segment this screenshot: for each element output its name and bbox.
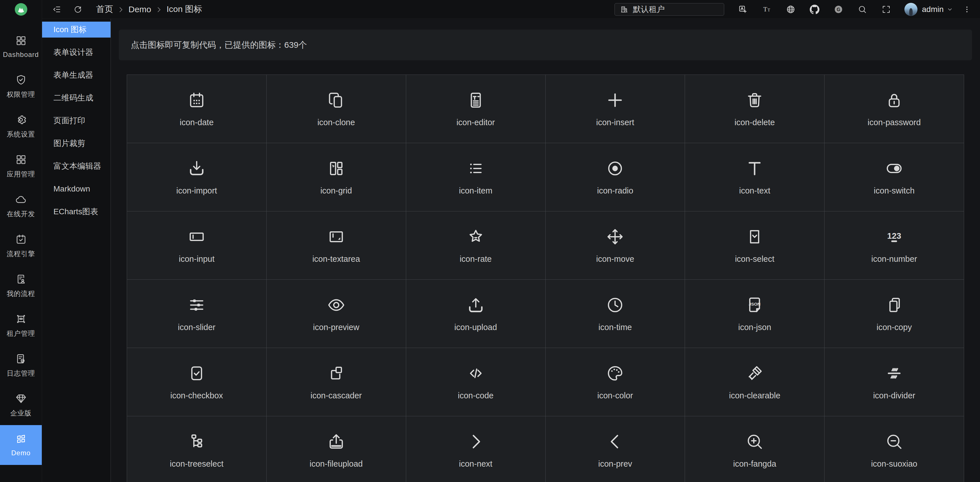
icon-cell-json[interactable]: JSONicon-json [685, 280, 824, 348]
submenu-item-1[interactable]: 表单设计器 [42, 45, 111, 60]
icon-cell-treeselect[interactable]: icon-treeselect [127, 416, 267, 482]
github-icon[interactable] [808, 3, 821, 16]
icon-cell-grid[interactable]: icon-grid [267, 143, 406, 211]
submenu-item-5[interactable]: 图片裁剪 [42, 136, 111, 152]
icon-cell-date[interactable]: icon-date [127, 75, 267, 143]
submenu-item-7[interactable]: Markdown [42, 181, 111, 197]
submenu-item-6[interactable]: 富文本编辑器 [42, 158, 111, 174]
breadcrumb-item-2[interactable]: Icon 图标 [167, 3, 202, 15]
icon-cell-label: icon-divider [873, 391, 915, 401]
kebab-menu-icon[interactable] [961, 4, 973, 15]
code-icon [466, 364, 485, 383]
icon-cell-item[interactable]: icon-item [406, 143, 546, 211]
icon-cell-label: icon-input [179, 254, 215, 264]
icon-cell-move[interactable]: icon-move [546, 211, 685, 280]
sidebar-item-apps[interactable]: 应用管理 [0, 146, 42, 186]
sidebar-item-doc-user[interactable]: 我的流程 [0, 266, 42, 306]
svg-text:T: T [767, 8, 770, 12]
refresh-icon[interactable] [72, 3, 84, 16]
icon-cell-label: icon-date [180, 118, 213, 127]
icon-cell-label: icon-text [739, 186, 770, 195]
icon-cell-switch[interactable]: icon-switch [824, 143, 964, 211]
sidebar-item-cloud[interactable]: 在线开发 [0, 186, 42, 226]
breadcrumb-item-1[interactable]: Demo [129, 5, 151, 14]
submenu-item-8[interactable]: ECharts图表 [42, 204, 111, 220]
icon-cell-select[interactable]: icon-select [685, 211, 824, 280]
icon-cell-password[interactable]: icon-password [824, 75, 964, 143]
frame-icon [15, 313, 27, 325]
icon-cell-next[interactable]: icon-next [406, 416, 546, 482]
icon-cell-fileupload[interactable]: icon-fileupload [267, 416, 406, 482]
gem-icon [15, 393, 27, 405]
sidebar-item-doc-log[interactable]: 日志管理 [0, 345, 42, 385]
icon-cell-label: icon-checkbox [170, 391, 223, 401]
icon-cell-cascader[interactable]: icon-cascader [267, 348, 406, 416]
fullscreen-icon[interactable] [880, 3, 892, 16]
treeselect-icon [187, 432, 206, 451]
icon-cell-text[interactable]: icon-text [685, 143, 824, 211]
icon-cell-suoxiao[interactable]: icon-suoxiao [824, 416, 964, 482]
icon-cell-rate[interactable]: icon-rate [406, 211, 546, 280]
icon-cell-clone[interactable]: icon-clone [267, 75, 406, 143]
sidebar-item-shield-check[interactable]: 权限管理 [0, 67, 42, 107]
sidebar-item-dashboard[interactable]: Dashboard [0, 27, 42, 67]
icon-cell-radio[interactable]: icon-radio [546, 143, 685, 211]
sidebar-item-label: 我的流程 [7, 289, 35, 298]
switch-icon [885, 159, 904, 178]
icon-cell-code[interactable]: icon-code [406, 348, 546, 416]
font-size-icon[interactable]: TT [760, 3, 773, 16]
icon-cell-prev[interactable]: icon-prev [546, 416, 685, 482]
icon-cell-copy[interactable]: icon-copy [824, 280, 964, 348]
icon-cell-label: icon-copy [877, 322, 912, 332]
icon-cell-textarea[interactable]: icon-textarea [267, 211, 406, 280]
icon-cell-checkbox[interactable]: icon-checkbox [127, 348, 267, 416]
grid-icon [326, 159, 346, 178]
sidebar-item-demo-grid[interactable]: Demo [0, 425, 42, 465]
editor-icon [466, 91, 485, 110]
radio-icon [605, 159, 625, 178]
sidebar-item-frame[interactable]: 租户管理 [0, 306, 42, 345]
sidebar-item-gem[interactable]: 企业版 [0, 385, 42, 425]
icon-cell-label: icon-treeselect [170, 459, 224, 469]
icon-cell-time[interactable]: icon-time [546, 280, 685, 348]
icon-cell-upload[interactable]: icon-upload [406, 280, 546, 348]
icon-cell-import[interactable]: icon-import [127, 143, 267, 211]
app-root: 首页DemoIcon 图标 默认租户 TT G admin Dashboard权… [0, 0, 980, 482]
tenant-select[interactable]: 默认租户 [614, 3, 724, 16]
icon-cell-input[interactable]: icon-input [127, 211, 267, 280]
user-avatar[interactable] [904, 3, 918, 16]
language-globe-icon[interactable] [784, 3, 797, 16]
icon-cell-slider[interactable]: icon-slider [127, 280, 267, 348]
sidebar-item-calendar-check[interactable]: 流程引擎 [0, 226, 42, 266]
submenu-item-4[interactable]: 页面打印 [42, 113, 111, 129]
username[interactable]: admin [922, 5, 943, 14]
icon-cell-number[interactable]: 123icon-number [824, 211, 964, 280]
icon-cell-preview[interactable]: icon-preview [267, 280, 406, 348]
menu-fold-icon[interactable] [51, 3, 63, 16]
icon-cell-editor[interactable]: icon-editor [406, 75, 546, 143]
translate-icon[interactable] [737, 3, 749, 16]
fileupload-icon [326, 432, 346, 451]
search-icon[interactable] [856, 3, 869, 16]
icon-cell-delete[interactable]: icon-delete [685, 75, 824, 143]
building-icon [620, 5, 628, 14]
icon-cell-fangda[interactable]: icon-fangda [685, 416, 824, 482]
icon-cell-insert[interactable]: icon-insert [546, 75, 685, 143]
clearable-icon [745, 364, 764, 383]
icon-cell-label: icon-preview [313, 322, 359, 332]
gitee-icon[interactable]: G [832, 3, 845, 16]
submenu-item-3[interactable]: 二维码生成 [42, 90, 111, 106]
icon-cell-color[interactable]: icon-color [546, 348, 685, 416]
sidebar-item-gear[interactable]: 系统设置 [0, 107, 42, 146]
icon-cell-divider[interactable]: icon-divider [824, 348, 964, 416]
svg-text:123: 123 [887, 231, 901, 241]
submenu-item-0[interactable]: Icon 图标 [42, 22, 111, 38]
icon-cell-label: icon-upload [455, 322, 497, 332]
breadcrumb-item-0[interactable]: 首页 [96, 3, 113, 15]
icon-cell-label: icon-textarea [312, 254, 360, 264]
submenu-item-2[interactable]: 表单生成器 [42, 67, 111, 83]
app-logo[interactable] [0, 0, 42, 19]
icon-cell-clearable[interactable]: icon-clearable [685, 348, 824, 416]
icon-cell-label: icon-clone [318, 118, 355, 127]
chevron-down-icon[interactable] [947, 6, 953, 13]
